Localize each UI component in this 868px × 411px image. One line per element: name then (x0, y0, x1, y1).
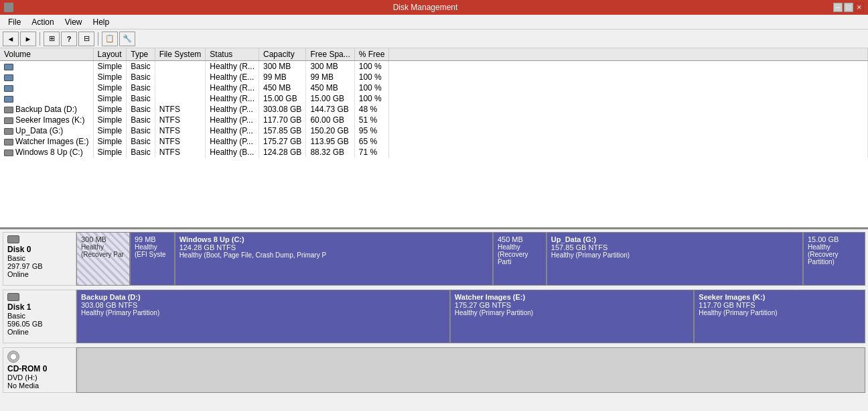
partition[interactable]: Seeker Images (K:)117.70 GB NTFSHealthy … (695, 290, 865, 343)
partition[interactable]: Windows 8 Up (C:)124.28 GB NTFSHealthy (… (175, 233, 494, 285)
cell-volume (0, 93, 93, 104)
cell-pct: 51 % (354, 115, 389, 125)
cell-capacity: 175.27 GB (259, 136, 306, 147)
partition[interactable]: 300 MBHealthy (Recovery Par (77, 233, 131, 285)
cell-layout: Simple (93, 125, 127, 136)
partition[interactable]: 450 MBHealthy (Recovery Parti (494, 233, 547, 285)
partition-detail: Healthy (Primary Partition) (81, 309, 445, 316)
toolbar-separator-1 (40, 32, 40, 46)
col-status[interactable]: Status (206, 48, 259, 61)
cell-volume: Up_Data (G:) (0, 125, 93, 136)
table-row[interactable]: Windows 8 Up (C:)SimpleBasicNTFSHealthy … (0, 147, 868, 158)
partition-size: 303.08 GB NTFS (81, 301, 445, 309)
partition[interactable]: Backup Data (D:)303.08 GB NTFSHealthy (P… (77, 290, 451, 343)
cell-pct: 100 % (354, 61, 389, 72)
table-row[interactable]: SimpleBasicHealthy (R...450 MB450 MB100 … (0, 82, 868, 93)
cell-free: 99 MB (306, 72, 354, 82)
partition-detail: Healthy (Primary Partition) (455, 309, 689, 316)
col-capacity[interactable]: Capacity (259, 48, 306, 61)
cell-empty (389, 61, 868, 72)
help-button[interactable]: ? (61, 32, 77, 46)
toolbar-separator-2 (98, 32, 98, 46)
cell-pct: 95 % (354, 125, 389, 136)
menu-help[interactable]: Help (88, 16, 115, 28)
partition[interactable]: Up_Data (G:)157.85 GB NTFSHealthy (Prima… (547, 233, 804, 285)
cell-empty (389, 104, 868, 115)
col-freespace[interactable]: Free Spa... (306, 48, 354, 61)
refresh-button[interactable]: 📋 (102, 32, 118, 46)
cell-capacity: 300 MB (259, 61, 306, 72)
table-row[interactable]: SimpleBasicHealthy (R...300 MB300 MB100 … (0, 61, 868, 72)
col-filesystem[interactable]: File System (155, 48, 206, 61)
cell-layout: Simple (93, 93, 127, 104)
table-row[interactable]: Up_Data (G:)SimpleBasicNTFSHealthy (P...… (0, 125, 868, 136)
cell-pct: 100 % (354, 82, 389, 93)
cell-free: 88.32 GB (306, 147, 354, 158)
minimize-button[interactable]: ─ (833, 3, 843, 12)
window-controls: ─ □ ✕ (833, 3, 864, 12)
close-button[interactable]: ✕ (855, 3, 864, 12)
hdd-icon (4, 128, 13, 135)
partition-container: Backup Data (D:)303.08 GB NTFSHealthy (P… (76, 290, 865, 343)
table-row[interactable]: Backup Data (D:)SimpleBasicNTFSHealthy (… (0, 104, 868, 115)
partition[interactable]: Watcher Images (E:)175.27 GB NTFSHealthy… (451, 290, 695, 343)
cell-capacity: 15.00 GB (259, 93, 306, 104)
menu-file[interactable]: File (3, 16, 26, 28)
cell-empty (389, 147, 868, 158)
no-media-label (77, 348, 85, 392)
cell-fs: NTFS (155, 147, 206, 158)
cell-volume (0, 61, 93, 72)
menu-view[interactable]: View (60, 16, 88, 28)
col-pctfree[interactable]: % Free (354, 48, 389, 61)
disk-status: Online (7, 328, 72, 336)
partition-size: 117.70 GB NTFS (699, 301, 861, 309)
disk-row: Disk 0Basic297.97 GBOnline300 MBHealthy … (3, 232, 865, 286)
cell-status: Healthy (P... (206, 104, 259, 115)
cell-type: Basic (127, 136, 155, 147)
partition[interactable]: 99 MBHealthy (EFI Syste (131, 233, 175, 285)
cell-fs: NTFS (155, 104, 206, 115)
volume-table-area: Volume Layout Type File System Status Ca… (0, 48, 868, 229)
table-row[interactable]: SimpleBasicHealthy (R...15.00 GB15.00 GB… (0, 93, 868, 104)
cell-type: Basic (127, 115, 155, 125)
cell-type: Basic (127, 93, 155, 104)
cell-empty (389, 136, 868, 147)
table-row[interactable]: SimpleBasicHealthy (E...99 MB99 MB100 % (0, 72, 868, 82)
main-content: Volume Layout Type File System Status Ca… (0, 48, 868, 411)
hdd-icon (4, 107, 13, 113)
cell-empty (389, 72, 868, 82)
cell-status: Healthy (B... (206, 147, 259, 158)
partition-icon (4, 74, 13, 81)
partition-name: Up_Data (G:) (551, 235, 798, 243)
partition-icon (4, 96, 13, 103)
table-row[interactable]: Seeker Images (K:)SimpleBasicNTFSHealthy… (0, 115, 868, 125)
cell-empty (389, 115, 868, 125)
table-body: SimpleBasicHealthy (R...300 MB300 MB100 … (0, 61, 868, 158)
cell-fs: NTFS (155, 115, 206, 125)
hdd-icon (4, 150, 13, 156)
disk-size: 596.05 GB (7, 320, 72, 328)
menu-action[interactable]: Action (26, 16, 59, 28)
disk-label: CD-ROM 0DVD (H:)No Media (3, 347, 76, 393)
tool-button[interactable]: 🔧 (119, 32, 135, 46)
partition[interactable]: 15.00 GBHealthy (Recovery Partition) (804, 233, 865, 285)
partition-size: 300 MB (81, 235, 125, 243)
forward-button[interactable]: ► (20, 32, 36, 46)
disk-type: Basic (7, 254, 72, 262)
settings-button[interactable]: ⊟ (78, 32, 94, 46)
cell-volume (0, 72, 93, 82)
col-volume[interactable]: Volume (0, 48, 93, 61)
cell-pct: 65 % (354, 136, 389, 147)
properties-button[interactable]: ⊞ (44, 32, 60, 46)
back-button[interactable]: ◄ (3, 32, 19, 46)
col-layout[interactable]: Layout (93, 48, 127, 61)
partition-container (76, 347, 865, 393)
cell-volume: Backup Data (D:) (0, 104, 93, 115)
cell-layout: Simple (93, 104, 127, 115)
cell-layout: Simple (93, 147, 127, 158)
maximize-button[interactable]: □ (844, 3, 853, 12)
cell-free: 450 MB (306, 82, 354, 93)
cell-free: 144.73 GB (306, 104, 354, 115)
col-type[interactable]: Type (127, 48, 155, 61)
table-row[interactable]: Watcher Images (E:)SimpleBasicNTFSHealth… (0, 136, 868, 147)
